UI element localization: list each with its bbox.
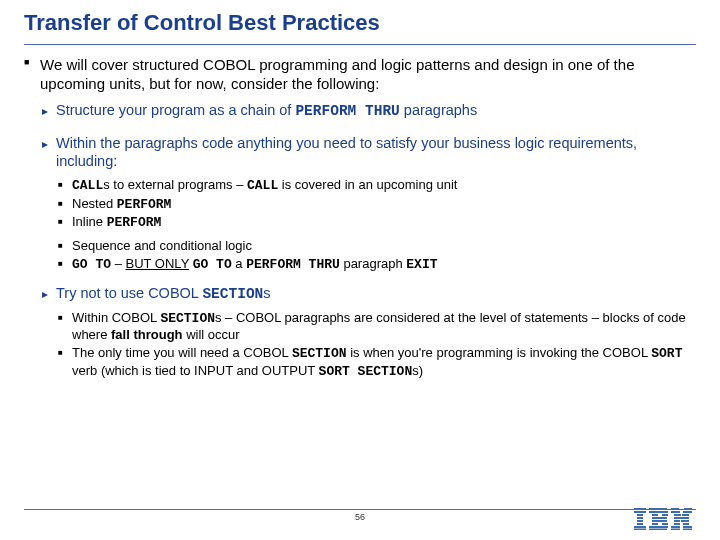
keyword-sort: SORT [651, 346, 682, 361]
svg-rect-7 [634, 529, 646, 531]
keyword-perform: PERFORM [107, 215, 162, 230]
square-bullet-icon [58, 214, 72, 232]
svg-rect-3 [637, 517, 643, 519]
svg-rect-4 [637, 520, 643, 522]
bullet-level3: CALLs to external programs – CALL is cov… [58, 177, 696, 195]
footer-divider [24, 509, 696, 510]
svg-rect-31 [683, 526, 692, 528]
svg-rect-10 [652, 514, 658, 516]
svg-rect-21 [683, 511, 692, 513]
svg-rect-27 [683, 520, 689, 522]
intro-text: We will cover structured COBOL programmi… [40, 55, 696, 93]
svg-rect-25 [674, 520, 680, 522]
bullet-level3: GO TO – BUT ONLY GO TO a PERFORM THRU pa… [58, 256, 696, 274]
keyword-sort-section: SORT SECTION [319, 364, 413, 379]
keyword-go-to: GO TO [193, 257, 232, 272]
item-section-sort: The only time you will need a COBOL SECT… [72, 345, 696, 380]
item-sequence: Sequence and conditional logic [72, 238, 696, 255]
bullet-level2: Structure your program as a chain of PER… [42, 101, 696, 121]
triangle-bullet-icon [42, 284, 56, 304]
level3-group: CALLs to external programs – CALL is cov… [58, 177, 696, 273]
text: s [263, 285, 270, 301]
text: Within COBOL [72, 310, 160, 325]
ibm-logo [634, 508, 692, 530]
keyword-perform-thru: PERFORM THRU [295, 103, 399, 119]
keyword-call: CALL [247, 178, 278, 193]
text: s) [412, 363, 423, 378]
bullet-level3: Within COBOL SECTIONs – COBOL paragraphs… [58, 310, 696, 344]
text: Inline [72, 214, 107, 229]
svg-rect-17 [649, 529, 667, 531]
svg-rect-14 [652, 523, 658, 525]
svg-rect-19 [684, 508, 692, 510]
svg-rect-16 [649, 526, 668, 528]
level3-group: Within COBOL SECTIONs – COBOL paragraphs… [58, 310, 696, 381]
svg-rect-23 [682, 514, 689, 516]
svg-rect-8 [649, 508, 667, 510]
text-underline: BUT ONLY [125, 256, 189, 271]
square-bullet-icon [24, 55, 40, 93]
svg-rect-26 [681, 520, 683, 522]
text: is covered in an upcoming unit [278, 177, 457, 192]
square-bullet-icon [58, 196, 72, 214]
svg-rect-18 [671, 508, 679, 510]
svg-rect-5 [637, 523, 643, 525]
bullet-level3: Inline PERFORM [58, 214, 696, 232]
slide-title: Transfer of Control Best Practices [24, 10, 696, 42]
svg-rect-22 [674, 514, 681, 516]
keyword-perform: PERFORM [117, 197, 172, 212]
point-structure: Structure your program as a chain of PER… [56, 101, 696, 121]
svg-rect-20 [671, 511, 680, 513]
keyword-exit: EXIT [406, 257, 437, 272]
keyword-section: SECTION [292, 346, 347, 361]
keyword-call: CALL [72, 178, 103, 193]
svg-rect-13 [652, 520, 667, 522]
ibm-logo-icon [634, 508, 692, 530]
text: paragraphs [400, 102, 477, 118]
svg-rect-24 [674, 517, 689, 519]
keyword-perform-thru: PERFORM THRU [246, 257, 340, 272]
triangle-bullet-icon [42, 101, 56, 121]
point-sections: Try not to use COBOL SECTIONs [56, 284, 696, 304]
bullet-level3: Sequence and conditional logic [58, 238, 696, 255]
square-bullet-icon [58, 177, 72, 195]
keyword-section: SECTION [202, 286, 263, 302]
text: Structure your program as a chain of [56, 102, 295, 118]
bullet-level3: Nested PERFORM [58, 196, 696, 214]
level2-group: Structure your program as a chain of PER… [42, 101, 696, 380]
text: Try not to use COBOL [56, 285, 202, 301]
text: paragraph [340, 256, 407, 271]
item-inline-perform: Inline PERFORM [72, 214, 696, 232]
svg-rect-11 [662, 514, 668, 516]
slide-content: We will cover structured COBOL programmi… [24, 55, 696, 380]
bullet-level2: Try not to use COBOL SECTIONs [42, 284, 696, 304]
square-bullet-icon [58, 238, 72, 255]
bullet-level1: We will cover structured COBOL programmi… [24, 55, 696, 93]
square-bullet-icon [58, 345, 72, 380]
text: – [111, 256, 125, 271]
svg-rect-6 [634, 526, 646, 528]
svg-rect-0 [634, 508, 646, 510]
svg-rect-1 [634, 511, 646, 513]
text: will occur [183, 327, 240, 342]
slide: Transfer of Control Best Practices We wi… [0, 0, 720, 540]
text: s to external programs – [103, 177, 247, 192]
svg-rect-30 [671, 526, 680, 528]
title-divider [24, 44, 696, 45]
svg-rect-12 [652, 517, 667, 519]
svg-rect-28 [674, 523, 680, 525]
text: verb (which is tied to INPUT and OUTPUT [72, 363, 319, 378]
svg-rect-32 [671, 529, 680, 531]
svg-rect-33 [683, 529, 692, 531]
text: a [232, 256, 246, 271]
svg-rect-15 [662, 523, 668, 525]
page-number: 56 [0, 512, 720, 522]
text-bold: fall through [111, 327, 183, 342]
bullet-level2: Within the paragraphs code anything you … [42, 134, 696, 171]
square-bullet-icon [58, 256, 72, 274]
item-section-fallthrough: Within COBOL SECTIONs – COBOL paragraphs… [72, 310, 696, 344]
svg-rect-2 [637, 514, 643, 516]
triangle-bullet-icon [42, 134, 56, 171]
svg-rect-29 [683, 523, 689, 525]
text: The only time you will need a COBOL [72, 345, 292, 360]
